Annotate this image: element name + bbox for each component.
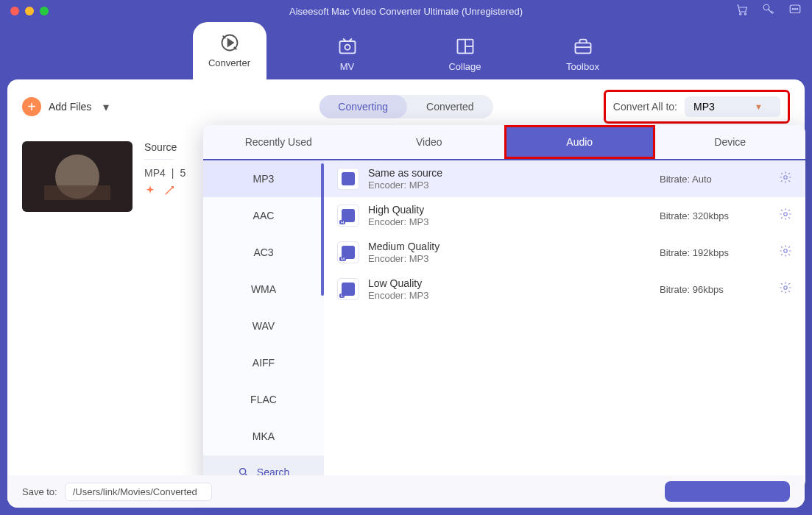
scrollbar[interactable] <box>321 163 324 296</box>
quality-encoder: Encoder: MP3 <box>368 253 651 264</box>
plus-icon: + <box>22 97 41 116</box>
footer: Save to: /Users/link/Movies/Converted <box>7 475 805 508</box>
format-dropdown: Recently Used Video Audio Device MP3 AAC… <box>203 125 805 489</box>
tab-converting[interactable]: Converting <box>319 95 407 118</box>
nav-collage-label: Collage <box>448 61 481 72</box>
quality-icon: M <box>337 241 359 263</box>
nav-mv-label: MV <box>340 61 355 72</box>
effect-sparkle-icon[interactable] <box>144 185 156 199</box>
quality-list: Same as source Encoder: MP3 Bitrate: Aut… <box>324 160 805 489</box>
nav-converter-label: Converter <box>208 57 250 68</box>
quality-title: Medium Quality <box>368 241 651 252</box>
quality-bitrate: Bitrate: 96kbps <box>660 284 770 295</box>
svg-point-0 <box>740 13 741 15</box>
quality-title: High Quality <box>368 204 651 216</box>
cart-icon[interactable] <box>735 3 749 19</box>
file-format: MP4 <box>144 167 166 179</box>
window-title: Aiseesoft Mac Video Converter Ultimate (… <box>289 6 523 17</box>
chevron-down-icon[interactable]: ▾ <box>103 100 109 114</box>
svg-rect-9 <box>339 41 355 53</box>
quality-bitrate: Bitrate: 320kbps <box>660 210 770 221</box>
add-files-button[interactable]: + Add Files ▾ <box>22 97 109 116</box>
file-sep: | <box>172 167 174 179</box>
caret-down-icon: ▼ <box>755 102 763 111</box>
tab-device[interactable]: Device <box>655 125 806 159</box>
svg-point-10 <box>345 45 350 50</box>
quality-title: Low Quality <box>368 277 651 289</box>
add-files-label: Add Files <box>49 101 91 113</box>
nav-toolbox[interactable]: Toolbox <box>546 36 620 79</box>
source-label: Source <box>144 141 186 153</box>
close-window[interactable] <box>10 7 19 15</box>
save-to-path[interactable]: /Users/link/Movies/Converted <box>65 483 212 501</box>
quality-encoder: Encoder: MP3 <box>368 216 651 227</box>
svg-point-18 <box>784 176 788 180</box>
workspace: + Add Files ▾ Converting Converted Conve… <box>7 79 805 508</box>
window-controls <box>10 7 49 15</box>
nav-toolbox-label: Toolbox <box>566 61 599 72</box>
svg-marker-8 <box>227 39 233 46</box>
quality-bitrate: Bitrate: Auto <box>660 174 770 185</box>
format-aiff[interactable]: AIFF <box>203 344 324 381</box>
save-to-label: Save to: <box>22 486 57 497</box>
format-mp3[interactable]: MP3 <box>203 160 324 197</box>
quality-encoder: Encoder: MP3 <box>368 290 651 301</box>
quality-icon: L <box>337 278 359 300</box>
quality-row[interactable]: H High Quality Encoder: MP3 Bitrate: 320… <box>324 197 805 234</box>
gear-icon[interactable] <box>779 207 792 224</box>
convert-all-button[interactable] <box>665 481 790 502</box>
quality-icon <box>337 168 359 190</box>
format-ac3[interactable]: AC3 <box>203 234 324 271</box>
svg-point-4 <box>792 9 794 10</box>
tab-recently-used[interactable]: Recently Used <box>203 125 354 159</box>
convert-all-value: MP3 <box>693 101 715 113</box>
svg-point-5 <box>794 9 796 10</box>
titlebar: Aiseesoft Mac Video Converter Ultimate (… <box>0 0 812 22</box>
quality-bitrate: Bitrate: 192kbps <box>660 247 770 258</box>
quality-row[interactable]: M Medium Quality Encoder: MP3 Bitrate: 1… <box>324 234 805 271</box>
quality-row[interactable]: L Low Quality Encoder: MP3 Bitrate: 96kb… <box>324 271 805 308</box>
svg-rect-14 <box>575 43 590 53</box>
main-nav: Converter MV Collage Toolbox <box>0 22 812 79</box>
svg-point-20 <box>784 249 788 253</box>
convert-all-label: Convert All to: <box>613 101 677 113</box>
svg-point-21 <box>784 286 788 290</box>
video-thumbnail[interactable] <box>22 141 133 212</box>
quality-icon: H <box>337 205 359 227</box>
tab-audio[interactable]: Audio <box>504 125 655 159</box>
effect-wand-icon[interactable] <box>163 185 175 199</box>
format-list: MP3 AAC AC3 WMA WAV AIFF FLAC MKA Search <box>203 160 324 489</box>
format-mka[interactable]: MKA <box>203 418 324 455</box>
nav-converter[interactable]: Converter <box>193 22 266 79</box>
format-flac[interactable]: FLAC <box>203 381 324 418</box>
nav-mv[interactable]: MV <box>311 36 384 79</box>
quality-row[interactable]: Same as source Encoder: MP3 Bitrate: Aut… <box>324 160 805 197</box>
tab-video[interactable]: Video <box>354 125 505 159</box>
convert-all-dropdown[interactable]: MP3 ▼ <box>685 96 780 117</box>
gear-icon[interactable] <box>779 244 792 260</box>
gear-icon[interactable] <box>779 281 792 297</box>
svg-point-6 <box>797 9 798 10</box>
key-icon[interactable] <box>762 3 775 19</box>
convert-all-group: Convert All to: MP3 ▼ <box>604 90 790 124</box>
gear-icon[interactable] <box>779 171 792 187</box>
status-segmented: Converting Converted <box>319 95 493 118</box>
divider <box>144 159 174 160</box>
nav-collage[interactable]: Collage <box>428 36 502 79</box>
tab-converted[interactable]: Converted <box>407 95 493 118</box>
svg-point-19 <box>784 213 788 216</box>
maximize-window[interactable] <box>40 7 49 15</box>
quality-title: Same as source <box>368 167 651 179</box>
format-wma[interactable]: WMA <box>203 271 324 308</box>
feedback-icon[interactable] <box>788 3 802 19</box>
svg-point-1 <box>744 13 746 15</box>
file-extra: 5 <box>180 167 186 179</box>
format-aac[interactable]: AAC <box>203 197 324 234</box>
quality-encoder: Encoder: MP3 <box>368 180 651 191</box>
svg-point-16 <box>239 468 245 474</box>
minimize-window[interactable] <box>25 7 34 15</box>
format-category-tabs: Recently Used Video Audio Device <box>203 125 805 160</box>
format-wav[interactable]: WAV <box>203 308 324 344</box>
